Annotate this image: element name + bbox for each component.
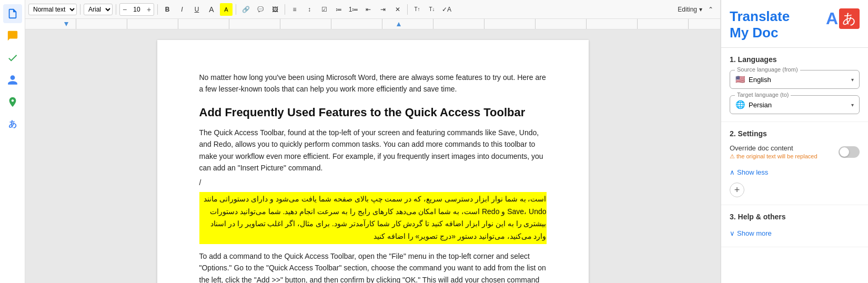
underline-button[interactable]: U — [190, 3, 203, 16]
font-size-control: − + — [119, 3, 154, 16]
document-area: Normal text Arial − + B I U A A 🔗 💬 🖼 ≡ … — [25, 0, 721, 283]
line-spacing-button[interactable]: ↕ — [303, 3, 316, 16]
bullet-list-button[interactable]: ≔ — [332, 3, 345, 16]
panel-logo: A あ — [826, 8, 860, 29]
toolbar: Normal text Arial − + B I U A A 🔗 💬 🖼 ≡ … — [25, 0, 720, 19]
settings-section: 2. Settings Override doc content ⚠ the o… — [721, 122, 868, 205]
increase-indent-button[interactable]: ⇥ — [377, 3, 389, 16]
show-less-chevron: ∧ — [730, 168, 735, 176]
divider-3 — [157, 4, 158, 15]
ruler — [25, 19, 720, 29]
divider-1 — [80, 4, 80, 15]
divider-4 — [236, 4, 236, 15]
font-size-input[interactable] — [129, 6, 144, 13]
document-content-wrapper[interactable]: No matter how long you've been using Mic… — [25, 29, 720, 283]
insert-link-button[interactable]: 🔗 — [239, 3, 252, 16]
editing-mode-label: Editing ▾ — [678, 6, 702, 13]
editing-dropdown-icon[interactable]: ▾ — [699, 6, 702, 13]
show-more-label: Show more — [737, 229, 772, 237]
bold-button[interactable]: B — [161, 3, 174, 16]
override-label: Override doc content — [730, 144, 817, 152]
docs-icon[interactable] — [3, 4, 22, 23]
maps-icon[interactable] — [3, 93, 22, 112]
target-lang-label: Target language (to) — [735, 92, 791, 98]
doc-intro-text: No matter how long you've been using Mic… — [199, 72, 547, 95]
show-more-button[interactable]: ∨ Show more — [730, 227, 772, 239]
collapse-toolbar-button[interactable]: ⌃ — [704, 3, 717, 16]
target-language-dropdown[interactable]: 🌐 Persian ▾ — [730, 95, 860, 114]
target-flag: 🌐 — [735, 100, 745, 109]
override-warning: ⚠ the original text will be replaced — [730, 153, 817, 160]
doc-translated-text: است، به شما نوار ابزار دسترسی سریع، که د… — [199, 192, 547, 244]
chat-icon[interactable] — [3, 26, 22, 45]
source-lang-chevron: ▾ — [851, 77, 854, 83]
languages-section: 1. Languages Source language (from) 🇺🇸 E… — [721, 48, 868, 122]
translate-sidebar-icon[interactable]: あ — [3, 115, 22, 134]
font-family-select[interactable]: Arial — [84, 4, 113, 15]
ruler-ticks — [25, 19, 720, 29]
source-lang-value: English — [749, 76, 851, 84]
insert-image-button[interactable]: 🖼 — [269, 3, 281, 16]
decrease-font-button[interactable]: − — [120, 3, 129, 16]
decrease-indent-button[interactable]: ⇤ — [362, 3, 375, 16]
doc-para-1: The Quick Access Toolbar, found at the t… — [199, 127, 547, 174]
align-button[interactable]: ≡ — [288, 3, 301, 16]
target-lang-chevron: ▾ — [851, 102, 854, 108]
check-icon[interactable] — [3, 48, 22, 67]
right-panel: TranslateMy Doc A あ 1. Languages Source … — [721, 0, 868, 283]
user-icon[interactable] — [3, 70, 22, 89]
panel-title-text: TranslateMy Doc — [730, 8, 790, 41]
subscript-button[interactable]: T↓ — [426, 3, 438, 16]
languages-section-title: 1. Languages — [730, 55, 860, 64]
doc-heading: Add Frequently Used Features to the Quic… — [199, 106, 547, 119]
source-lang-label: Source language (from) — [735, 66, 800, 73]
italic-button[interactable]: I — [176, 3, 188, 16]
editing-text: Editing — [678, 6, 697, 13]
help-section: 3. Help & others ∨ Show more — [721, 205, 868, 247]
spellcheck-button[interactable]: ✓A — [440, 3, 453, 16]
logo-japanese-a: あ — [839, 8, 860, 29]
superscript-button[interactable]: T↑ — [411, 3, 423, 16]
highlight-button[interactable]: A — [220, 3, 233, 16]
checklist-button[interactable]: ☑ — [318, 3, 330, 16]
panel-header: TranslateMy Doc A あ — [721, 0, 868, 48]
add-setting-button[interactable]: + — [730, 183, 744, 197]
override-setting-text: Override doc content ⚠ the original text… — [730, 144, 817, 160]
divider-5 — [285, 4, 285, 15]
toggle-knob — [840, 147, 849, 157]
show-more-chevron: ∨ — [730, 229, 735, 237]
doc-para-2: To add a command to the Quick Access Too… — [199, 250, 547, 283]
numbered-list-button[interactable]: 1≔ — [347, 3, 360, 16]
document-page: No matter how long you've been using Mic… — [157, 40, 589, 283]
override-setting-row: Override doc content ⚠ the original text… — [730, 144, 860, 160]
clear-format-button[interactable]: ✕ — [391, 3, 404, 16]
doc-slash-marker: / — [199, 177, 547, 188]
override-toggle[interactable] — [839, 146, 860, 158]
insert-comment-button[interactable]: 💬 — [254, 3, 267, 16]
show-less-label: Show less — [737, 168, 768, 176]
logo-english-a: A — [826, 9, 838, 28]
settings-section-title: 2. Settings — [730, 129, 860, 138]
sidebar-icons-panel: あ — [0, 0, 25, 283]
divider-6 — [407, 4, 408, 15]
source-flag: 🇺🇸 — [735, 75, 745, 84]
show-less-button[interactable]: ∧ Show less — [730, 166, 768, 178]
font-color-button[interactable]: A — [205, 3, 218, 16]
divider-2 — [116, 4, 116, 15]
increase-font-button[interactable]: + — [144, 3, 154, 16]
help-section-title: 3. Help & others — [730, 213, 860, 221]
paragraph-style-select[interactable]: Normal text — [28, 4, 77, 15]
target-lang-value: Persian — [749, 101, 851, 109]
source-language-dropdown[interactable]: 🇺🇸 English ▾ — [730, 70, 860, 89]
panel-title: TranslateMy Doc — [730, 8, 790, 41]
